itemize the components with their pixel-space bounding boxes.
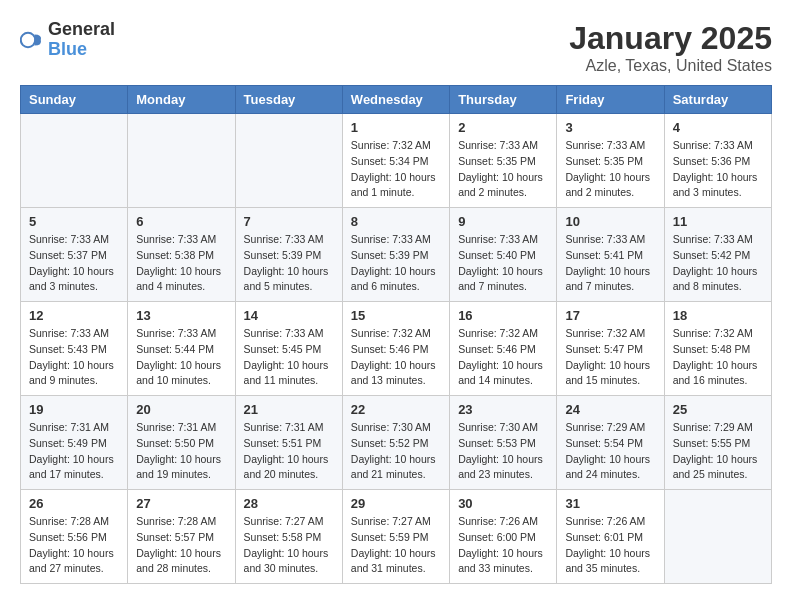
calendar-cell: 21Sunrise: 7:31 AMSunset: 5:51 PMDayligh… <box>235 396 342 490</box>
day-number: 19 <box>29 402 119 417</box>
calendar-table: SundayMondayTuesdayWednesdayThursdayFrid… <box>20 85 772 584</box>
day-info: Sunrise: 7:30 AMSunset: 5:53 PMDaylight:… <box>458 420 548 483</box>
calendar-cell: 29Sunrise: 7:27 AMSunset: 5:59 PMDayligh… <box>342 490 449 584</box>
calendar-cell: 10Sunrise: 7:33 AMSunset: 5:41 PMDayligh… <box>557 208 664 302</box>
day-number: 29 <box>351 496 441 511</box>
day-number: 31 <box>565 496 655 511</box>
day-number: 10 <box>565 214 655 229</box>
day-info: Sunrise: 7:32 AMSunset: 5:47 PMDaylight:… <box>565 326 655 389</box>
day-number: 30 <box>458 496 548 511</box>
day-number: 17 <box>565 308 655 323</box>
day-info: Sunrise: 7:33 AMSunset: 5:43 PMDaylight:… <box>29 326 119 389</box>
day-info: Sunrise: 7:32 AMSunset: 5:48 PMDaylight:… <box>673 326 763 389</box>
weekday-header-wednesday: Wednesday <box>342 86 449 114</box>
day-info: Sunrise: 7:31 AMSunset: 5:51 PMDaylight:… <box>244 420 334 483</box>
weekday-header-saturday: Saturday <box>664 86 771 114</box>
page-header: General Blue January 2025 Azle, Texas, U… <box>20 20 772 75</box>
day-number: 6 <box>136 214 226 229</box>
day-number: 18 <box>673 308 763 323</box>
day-number: 24 <box>565 402 655 417</box>
day-info: Sunrise: 7:33 AMSunset: 5:35 PMDaylight:… <box>565 138 655 201</box>
day-number: 7 <box>244 214 334 229</box>
day-number: 5 <box>29 214 119 229</box>
day-info: Sunrise: 7:33 AMSunset: 5:44 PMDaylight:… <box>136 326 226 389</box>
day-number: 8 <box>351 214 441 229</box>
calendar-cell: 12Sunrise: 7:33 AMSunset: 5:43 PMDayligh… <box>21 302 128 396</box>
calendar-week-row: 19Sunrise: 7:31 AMSunset: 5:49 PMDayligh… <box>21 396 772 490</box>
day-number: 20 <box>136 402 226 417</box>
calendar-cell: 23Sunrise: 7:30 AMSunset: 5:53 PMDayligh… <box>450 396 557 490</box>
calendar-cell: 2Sunrise: 7:33 AMSunset: 5:35 PMDaylight… <box>450 114 557 208</box>
day-info: Sunrise: 7:33 AMSunset: 5:41 PMDaylight:… <box>565 232 655 295</box>
day-number: 25 <box>673 402 763 417</box>
day-info: Sunrise: 7:29 AMSunset: 5:54 PMDaylight:… <box>565 420 655 483</box>
day-info: Sunrise: 7:29 AMSunset: 5:55 PMDaylight:… <box>673 420 763 483</box>
logo-text: General Blue <box>48 20 115 60</box>
day-info: Sunrise: 7:30 AMSunset: 5:52 PMDaylight:… <box>351 420 441 483</box>
calendar-cell: 28Sunrise: 7:27 AMSunset: 5:58 PMDayligh… <box>235 490 342 584</box>
logo-general: General <box>48 20 115 40</box>
day-info: Sunrise: 7:33 AMSunset: 5:38 PMDaylight:… <box>136 232 226 295</box>
calendar-cell <box>128 114 235 208</box>
calendar-cell: 31Sunrise: 7:26 AMSunset: 6:01 PMDayligh… <box>557 490 664 584</box>
day-number: 2 <box>458 120 548 135</box>
calendar-week-row: 1Sunrise: 7:32 AMSunset: 5:34 PMDaylight… <box>21 114 772 208</box>
calendar-subtitle: Azle, Texas, United States <box>569 57 772 75</box>
day-number: 12 <box>29 308 119 323</box>
weekday-header-sunday: Sunday <box>21 86 128 114</box>
calendar-cell <box>664 490 771 584</box>
day-info: Sunrise: 7:33 AMSunset: 5:39 PMDaylight:… <box>351 232 441 295</box>
day-info: Sunrise: 7:33 AMSunset: 5:45 PMDaylight:… <box>244 326 334 389</box>
day-info: Sunrise: 7:27 AMSunset: 5:58 PMDaylight:… <box>244 514 334 577</box>
day-number: 4 <box>673 120 763 135</box>
weekday-header-tuesday: Tuesday <box>235 86 342 114</box>
calendar-cell: 4Sunrise: 7:33 AMSunset: 5:36 PMDaylight… <box>664 114 771 208</box>
calendar-cell: 11Sunrise: 7:33 AMSunset: 5:42 PMDayligh… <box>664 208 771 302</box>
day-info: Sunrise: 7:26 AMSunset: 6:01 PMDaylight:… <box>565 514 655 577</box>
calendar-cell: 19Sunrise: 7:31 AMSunset: 5:49 PMDayligh… <box>21 396 128 490</box>
calendar-cell: 13Sunrise: 7:33 AMSunset: 5:44 PMDayligh… <box>128 302 235 396</box>
day-info: Sunrise: 7:28 AMSunset: 5:56 PMDaylight:… <box>29 514 119 577</box>
day-number: 23 <box>458 402 548 417</box>
day-info: Sunrise: 7:31 AMSunset: 5:49 PMDaylight:… <box>29 420 119 483</box>
weekday-header-row: SundayMondayTuesdayWednesdayThursdayFrid… <box>21 86 772 114</box>
calendar-cell: 30Sunrise: 7:26 AMSunset: 6:00 PMDayligh… <box>450 490 557 584</box>
day-number: 26 <box>29 496 119 511</box>
calendar-cell: 1Sunrise: 7:32 AMSunset: 5:34 PMDaylight… <box>342 114 449 208</box>
calendar-cell: 27Sunrise: 7:28 AMSunset: 5:57 PMDayligh… <box>128 490 235 584</box>
logo: General Blue <box>20 20 115 60</box>
day-number: 16 <box>458 308 548 323</box>
day-number: 14 <box>244 308 334 323</box>
calendar-cell: 7Sunrise: 7:33 AMSunset: 5:39 PMDaylight… <box>235 208 342 302</box>
calendar-cell: 14Sunrise: 7:33 AMSunset: 5:45 PMDayligh… <box>235 302 342 396</box>
day-info: Sunrise: 7:33 AMSunset: 5:42 PMDaylight:… <box>673 232 763 295</box>
day-number: 3 <box>565 120 655 135</box>
day-number: 21 <box>244 402 334 417</box>
calendar-cell: 26Sunrise: 7:28 AMSunset: 5:56 PMDayligh… <box>21 490 128 584</box>
calendar-title: January 2025 <box>569 20 772 57</box>
calendar-cell <box>21 114 128 208</box>
day-number: 9 <box>458 214 548 229</box>
logo-icon <box>20 28 44 52</box>
day-number: 1 <box>351 120 441 135</box>
calendar-cell: 25Sunrise: 7:29 AMSunset: 5:55 PMDayligh… <box>664 396 771 490</box>
title-block: January 2025 Azle, Texas, United States <box>569 20 772 75</box>
calendar-cell: 22Sunrise: 7:30 AMSunset: 5:52 PMDayligh… <box>342 396 449 490</box>
day-number: 15 <box>351 308 441 323</box>
calendar-cell: 17Sunrise: 7:32 AMSunset: 5:47 PMDayligh… <box>557 302 664 396</box>
calendar-week-row: 5Sunrise: 7:33 AMSunset: 5:37 PMDaylight… <box>21 208 772 302</box>
day-info: Sunrise: 7:33 AMSunset: 5:39 PMDaylight:… <box>244 232 334 295</box>
day-number: 22 <box>351 402 441 417</box>
day-info: Sunrise: 7:26 AMSunset: 6:00 PMDaylight:… <box>458 514 548 577</box>
logo-blue: Blue <box>48 39 87 59</box>
svg-point-0 <box>21 33 35 47</box>
day-info: Sunrise: 7:33 AMSunset: 5:40 PMDaylight:… <box>458 232 548 295</box>
day-info: Sunrise: 7:27 AMSunset: 5:59 PMDaylight:… <box>351 514 441 577</box>
calendar-cell: 20Sunrise: 7:31 AMSunset: 5:50 PMDayligh… <box>128 396 235 490</box>
weekday-header-monday: Monday <box>128 86 235 114</box>
day-info: Sunrise: 7:32 AMSunset: 5:34 PMDaylight:… <box>351 138 441 201</box>
day-info: Sunrise: 7:31 AMSunset: 5:50 PMDaylight:… <box>136 420 226 483</box>
calendar-cell: 9Sunrise: 7:33 AMSunset: 5:40 PMDaylight… <box>450 208 557 302</box>
day-info: Sunrise: 7:28 AMSunset: 5:57 PMDaylight:… <box>136 514 226 577</box>
day-number: 13 <box>136 308 226 323</box>
